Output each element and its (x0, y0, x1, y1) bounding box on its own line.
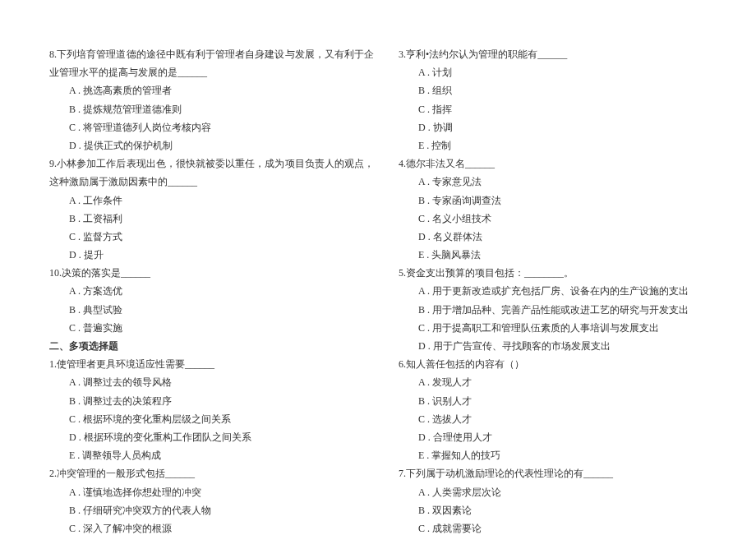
mq1-text: 1.使管理者更具环境适应性需要______ (49, 355, 374, 373)
q5-option-d: D . 用于广告宣传、寻找顾客的市场发展支出 (399, 337, 723, 355)
mq1-option-d: D . 根据环境的变化重构工作团队之间关系 (49, 428, 374, 446)
q7-text: 7.下列属于动机激励理论的代表性理论的有______ (399, 464, 723, 482)
q9-option-b: B . 工资福利 (49, 210, 374, 228)
question-4: 4.德尔非法又名______ A . 专家意见法 B . 专家函询调查法 C .… (399, 155, 723, 264)
q3-option-a: A . 计划 (399, 63, 723, 81)
q6-option-e: E . 掌握知人的技巧 (399, 446, 723, 464)
q10-option-a: A . 方案选优 (49, 282, 374, 300)
q9-blank: ______ (168, 176, 197, 187)
question-3: 3.亨利•法约尔认为管理的职能有______ A . 计划 B . 组织 C .… (399, 45, 723, 155)
q4-option-a: A . 专家意见法 (399, 173, 723, 191)
q8-option-b: B . 提炼规范管理道德准则 (49, 100, 374, 118)
q7-option-a: A . 人类需求层次论 (399, 483, 723, 501)
q9-option-c: C . 监督方式 (49, 228, 374, 246)
multi-question-2: 2.冲突管理的一般形式包括______ A . 谨慎地选择你想处理的冲突 B .… (49, 464, 374, 535)
mq2-option-c: C . 深入了解冲突的根源 (49, 519, 374, 535)
q6-text: 6.知人善任包括的内容有（） (399, 355, 723, 373)
q4-text: 4.德尔非法又名______ (399, 155, 723, 173)
mq1-option-c: C . 根据环境的变化重构层级之间关系 (49, 410, 374, 428)
q3-option-e: E . 控制 (399, 136, 723, 155)
question-9-text: 9.小林参加工作后表现出色，很快就被委以重任，成为项目负责人的观点，这种激励属于… (49, 155, 374, 191)
q8-option-a: A . 挑选高素质的管理者 (49, 81, 374, 99)
q9-option-a: A . 工作条件 (49, 191, 374, 210)
question-7: 7.下列属于动机激励理论的代表性理论的有______ A . 人类需求层次论 B… (399, 464, 723, 535)
q7-option-c: C . 成就需要论 (399, 519, 723, 535)
q3-option-c: C . 指挥 (399, 100, 723, 118)
question-8-text: 8.下列培育管理道德的途径中既有利于管理者自身建设与发展，又有利于企业管理水平的… (49, 45, 374, 81)
q4-option-b: B . 专家函询调查法 (399, 191, 723, 210)
question-10-text: 10.决策的落实是______ (49, 264, 374, 282)
q8-blank: ______ (177, 67, 207, 78)
mq2-option-a: A . 谨慎地选择你想处理的冲突 (49, 483, 374, 501)
section-header-multi: 二、多项选择题 (49, 337, 374, 355)
q6-option-b: B . 识别人才 (399, 392, 723, 410)
q6-option-a: A . 发现人才 (399, 373, 723, 391)
q8-option-d: D . 提供正式的保护机制 (49, 136, 374, 155)
right-column: 3.亨利•法约尔认为管理的职能有______ A . 计划 B . 组织 C .… (399, 45, 723, 535)
q3-option-d: D . 协调 (399, 118, 723, 136)
q7-option-b: B . 双因素论 (399, 501, 723, 519)
mq2-text: 2.冲突管理的一般形式包括______ (49, 464, 374, 482)
q3-option-b: B . 组织 (399, 81, 723, 99)
q10-option-c: C . 普遍实施 (49, 319, 374, 337)
mq1-option-b: B . 调整过去的决策程序 (49, 392, 374, 410)
question-6: 6.知人善任包括的内容有（） A . 发现人才 B . 识别人才 C . 选拔人… (399, 355, 723, 464)
q8-option-c: C . 将管理道德列人岗位考核内容 (49, 118, 374, 136)
question-9: 9.小林参加工作后表现出色，很快就被委以重任，成为项目负责人的观点，这种激励属于… (49, 155, 374, 264)
q4-option-c: C . 名义小组技术 (399, 210, 723, 228)
q5-option-a: A . 用于更新改造或扩充包括厂房、设备在内的生产设施的支出 (399, 282, 723, 300)
q9-option-d: D . 提升 (49, 246, 374, 264)
q3-text: 3.亨利•法约尔认为管理的职能有______ (399, 45, 723, 63)
q5-option-c: C . 用于提高职工和管理队伍素质的人事培训与发展支出 (399, 319, 723, 337)
q4-option-d: D . 名义群体法 (399, 228, 723, 246)
left-column: 8.下列培育管理道德的途径中既有利于管理者自身建设与发展，又有利于企业管理水平的… (49, 45, 374, 535)
question-10: 10.决策的落实是______ A . 方案选优 B . 典型试验 C . 普遍… (49, 264, 374, 337)
q6-option-d: D . 合理使用人才 (399, 428, 723, 446)
q4-option-e: E . 头脑风暴法 (399, 246, 723, 264)
mq1-option-a: A . 调整过去的领导风格 (49, 373, 374, 391)
q5-text: 5.资金支出预算的项目包括：________。 (399, 264, 723, 282)
question-5: 5.资金支出预算的项目包括：________。 A . 用于更新改造或扩充包括厂… (399, 264, 723, 355)
multi-question-1: 1.使管理者更具环境适应性需要______ A . 调整过去的领导风格 B . … (49, 355, 374, 464)
q8-stem: 8.下列培育管理道德的途径中既有利于管理者自身建设与发展，又有利于企业管理水平的… (49, 48, 374, 78)
q6-option-c: C . 选拔人才 (399, 410, 723, 428)
question-8: 8.下列培育管理道德的途径中既有利于管理者自身建设与发展，又有利于企业管理水平的… (49, 45, 374, 155)
q5-option-b: B . 用于增加品种、完善产品性能或改进工艺的研究与开发支出 (399, 301, 723, 319)
mq2-option-b: B . 仔细研究冲突双方的代表人物 (49, 501, 374, 519)
mq1-option-e: E . 调整领导人员构成 (49, 446, 374, 464)
q9-stem: 9.小林参加工作后表现出色，很快就被委以重任，成为项目负责人的观点，这种激励属于… (49, 158, 374, 187)
q10-option-b: B . 典型试验 (49, 301, 374, 319)
